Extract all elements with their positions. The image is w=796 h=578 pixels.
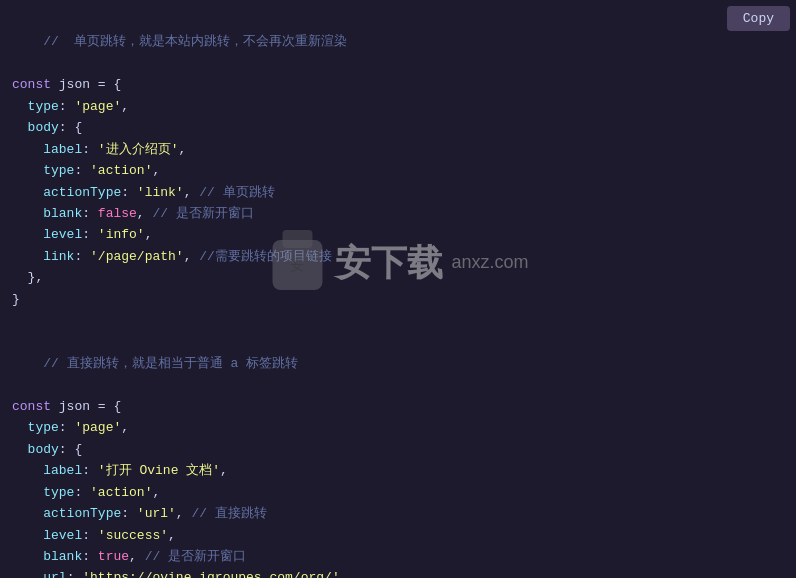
comment-text-1: // 单页跳转，就是本站内跳转，不会再次重新渲染	[43, 34, 347, 49]
comment-line-2: // 直接跳转，就是相当于普通 a 标签跳转	[12, 332, 784, 396]
code-line: blank: true, // 是否新开窗口	[12, 546, 784, 567]
code-line: const json = {	[12, 74, 784, 95]
code-block: Copy // 单页跳转，就是本站内跳转，不会再次重新渲染 const json…	[0, 0, 796, 578]
code-line: link: '/page/path', //需要跳转的项目链接	[12, 246, 784, 267]
code-line: type: 'action',	[12, 482, 784, 503]
code-line: level: 'success',	[12, 525, 784, 546]
code-line: url: 'https://ovine.igroupes.com/org/',	[12, 567, 784, 578]
code-line: type: 'page',	[12, 417, 784, 438]
comment-text-2: // 直接跳转，就是相当于普通 a 标签跳转	[43, 356, 298, 371]
code-line: label: '进入介绍页',	[12, 139, 784, 160]
code-line: body: {	[12, 117, 784, 138]
code-line: type: 'action',	[12, 160, 784, 181]
code-line: body: {	[12, 439, 784, 460]
code-line: const json = {	[12, 396, 784, 417]
code-line: }	[12, 289, 784, 310]
code-line: actionType: 'url', // 直接跳转	[12, 503, 784, 524]
comment-line-1: // 单页跳转，就是本站内跳转，不会再次重新渲染	[12, 10, 784, 74]
code-line: level: 'info',	[12, 224, 784, 245]
code-line: type: 'page',	[12, 96, 784, 117]
empty-line	[12, 310, 784, 331]
code-line: actionType: 'link', // 单页跳转	[12, 182, 784, 203]
code-line: },	[12, 267, 784, 288]
code-line: blank: false, // 是否新开窗口	[12, 203, 784, 224]
copy-button[interactable]: Copy	[727, 6, 790, 31]
code-line: label: '打开 Ovine 文档',	[12, 460, 784, 481]
